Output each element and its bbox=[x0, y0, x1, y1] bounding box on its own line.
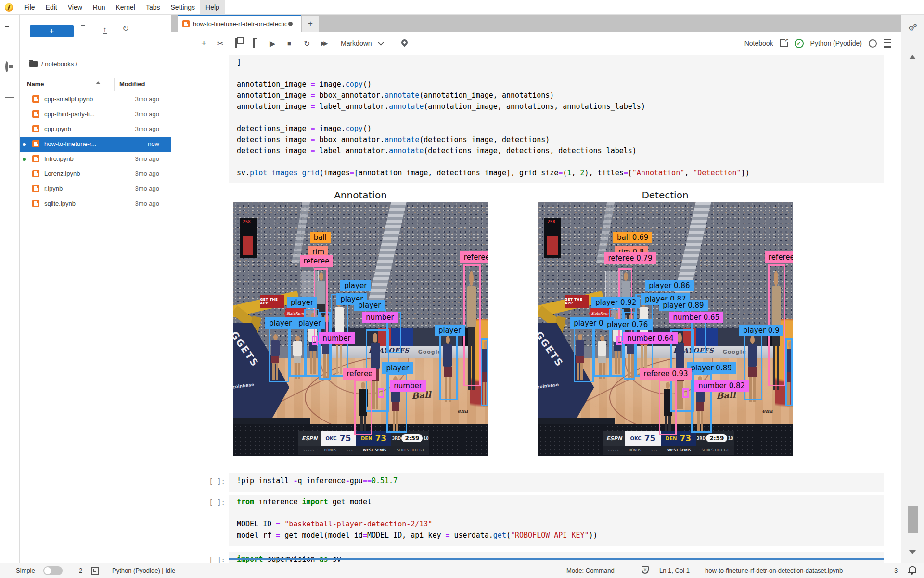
notebook-scroll-area[interactable]: ] annotation_image = image.copy()annotat… bbox=[171, 55, 901, 563]
file-row[interactable]: cpp.ipynb3mo ago bbox=[20, 122, 171, 137]
menu-kernel[interactable]: Kernel bbox=[110, 0, 140, 14]
simple-mode-label: Simple bbox=[16, 567, 35, 574]
menu-edit[interactable]: Edit bbox=[40, 0, 63, 14]
file-name: cpp-third-party-li... bbox=[44, 110, 95, 118]
menu-run[interactable]: Run bbox=[88, 0, 111, 14]
menu-file[interactable]: File bbox=[19, 0, 40, 14]
number-bbox bbox=[616, 336, 622, 345]
file-row[interactable]: sqlite.ipynb3mo ago bbox=[20, 197, 171, 211]
menu-settings[interactable]: Settings bbox=[166, 0, 201, 14]
copy-icon[interactable] bbox=[235, 39, 237, 48]
file-row[interactable]: how-to-finetune-r...now bbox=[20, 137, 171, 152]
notebook-icon bbox=[182, 20, 190, 27]
stop-icon[interactable]: ■ bbox=[287, 40, 291, 47]
menu-help[interactable]: Help bbox=[200, 0, 225, 14]
annotation-output-image: 258 GET THE APP StateFarm PLAYOFFS Googl… bbox=[233, 202, 488, 456]
menu-view[interactable]: View bbox=[63, 0, 88, 14]
run-icon[interactable]: ▶ bbox=[270, 39, 275, 48]
notebook-tab[interactable]: how-to-finetune-rf-detr-on-detection-dat… bbox=[178, 14, 301, 32]
referee-bbox bbox=[659, 380, 677, 435]
running-kernels-icon[interactable] bbox=[5, 63, 8, 71]
new-launcher-button[interactable]: + bbox=[30, 25, 74, 37]
code-cell[interactable]: from inference import get_model MODEL_ID… bbox=[229, 495, 884, 546]
column-name[interactable]: Name bbox=[27, 80, 44, 88]
annotation-overlay: ballrimrefereeplayerplayerplayerplayernu… bbox=[233, 202, 488, 456]
external-link-icon[interactable] bbox=[780, 39, 788, 47]
file-modified: now bbox=[148, 140, 159, 147]
column-modified[interactable]: Modified bbox=[119, 80, 145, 88]
notebook-mode-label: Notebook bbox=[744, 39, 773, 47]
kernel-idle-icon bbox=[869, 39, 877, 48]
output-image-title: Annotation bbox=[312, 189, 409, 201]
file-row[interactable]: cpp-third-party-li...3mo ago bbox=[20, 107, 171, 122]
player-label: player bbox=[382, 362, 412, 374]
code-line bbox=[237, 113, 876, 124]
cell-prompt: [ ]: bbox=[199, 477, 225, 485]
paste-icon[interactable] bbox=[253, 39, 255, 48]
refresh-icon[interactable]: ↻ bbox=[122, 25, 129, 33]
code-line bbox=[237, 158, 876, 169]
scrollbar-up-arrow[interactable] bbox=[909, 55, 916, 59]
file-name: r.ipynb bbox=[44, 185, 63, 192]
toolbar-menu-icon[interactable] bbox=[884, 39, 891, 48]
notebook-icon bbox=[32, 140, 39, 147]
scrollbar-down-arrow[interactable] bbox=[909, 550, 916, 554]
file-row[interactable]: Intro.ipynb3mo ago bbox=[20, 152, 171, 167]
file-name: how-to-finetune-r... bbox=[44, 140, 96, 147]
menu-tabs[interactable]: Tabs bbox=[141, 0, 166, 14]
property-inspector-gears-icon[interactable]: ⚙⚙ bbox=[908, 24, 919, 33]
kernel-chip-icon[interactable] bbox=[91, 567, 99, 575]
scrollbar-thumb[interactable] bbox=[908, 506, 918, 533]
restart-kernel-icon[interactable]: ↻ bbox=[304, 39, 310, 48]
cursor-position[interactable]: Ln 1, Col 1 bbox=[659, 567, 690, 574]
file-row[interactable]: Lorenz.ipynb3mo ago bbox=[20, 167, 171, 182]
menu-bar: FileEditViewRunKernelTabsSettingsHelp bbox=[0, 0, 924, 15]
player-bbox bbox=[439, 332, 457, 400]
file-name: cpp.ipynb bbox=[44, 125, 71, 132]
notebook-toolbar: + ✂ ▶ ■ ↻ ▶▶ Markdown Notebook ✓ Python … bbox=[171, 32, 901, 55]
kernel-name[interactable]: Python (Pyodide) bbox=[810, 39, 862, 47]
running-dot bbox=[23, 158, 26, 161]
output-image-title: Detection bbox=[617, 189, 713, 201]
code-line: detections_image = bbox_annotator.annota… bbox=[237, 135, 876, 146]
simple-mode-toggle[interactable] bbox=[43, 566, 63, 575]
code-cell[interactable]: ] annotation_image = image.copy()annotat… bbox=[229, 55, 884, 183]
trust-shield-icon[interactable]: ✕ bbox=[642, 566, 649, 574]
kernel-count[interactable]: 2 bbox=[79, 567, 82, 574]
notebook-icon bbox=[32, 170, 39, 177]
notification-count[interactable]: 3 bbox=[894, 567, 898, 574]
code-line bbox=[237, 509, 876, 520]
status-bar: Simple 2 Python (Pyodide) | Idle Mode: C… bbox=[0, 563, 924, 578]
add-cell-icon[interactable]: + bbox=[201, 38, 206, 49]
active-filename: how-to-finetune-rf-detr-on-detection-dat… bbox=[705, 567, 843, 574]
code-cell[interactable]: import supervision as sv bbox=[229, 552, 884, 563]
jupyterlite-logo bbox=[5, 3, 13, 12]
sort-ascending-icon bbox=[96, 81, 101, 84]
location-pin-icon[interactable] bbox=[400, 38, 409, 47]
player-label: player bbox=[435, 325, 465, 336]
file-row[interactable]: r.ipynb3mo ago bbox=[20, 182, 171, 197]
code-cell[interactable]: !pip install -q inference-gpu==0.51.7 bbox=[229, 473, 884, 492]
code-line: MODEL_ID = "basketball-player-detection-… bbox=[237, 520, 876, 531]
upload-icon[interactable]: ↑ bbox=[103, 25, 107, 34]
cut-icon[interactable]: ✂ bbox=[217, 39, 223, 48]
new-tab-button[interactable]: + bbox=[302, 16, 319, 32]
kernel-status[interactable]: Python (Pyodide) | Idle bbox=[112, 567, 175, 574]
restart-run-all-icon[interactable]: ▶▶ bbox=[321, 40, 326, 47]
ball-label: ball 0.69 bbox=[613, 232, 652, 243]
editor-mode: Mode: Command bbox=[566, 567, 615, 574]
number-label: number 0.65 bbox=[669, 312, 723, 323]
number-label: number 0.64 bbox=[623, 332, 678, 344]
player-label: player bbox=[354, 300, 385, 311]
player-label: player bbox=[340, 280, 371, 291]
file-modified: 3mo ago bbox=[135, 125, 159, 132]
breadcrumb[interactable]: / notebooks / bbox=[29, 60, 77, 67]
referee-bbox bbox=[354, 380, 372, 435]
notebook-icon bbox=[32, 155, 39, 162]
bell-icon[interactable] bbox=[909, 566, 916, 573]
file-row[interactable]: cpp-smallpt.ipynb3mo ago bbox=[20, 92, 171, 107]
player-label: player 0.89 bbox=[687, 362, 735, 374]
cell-type-dropdown[interactable]: Markdown bbox=[341, 39, 383, 47]
file-browser-toolbar: + ↑ ↻ bbox=[20, 19, 171, 39]
file-name: Intro.ipynb bbox=[44, 155, 74, 162]
